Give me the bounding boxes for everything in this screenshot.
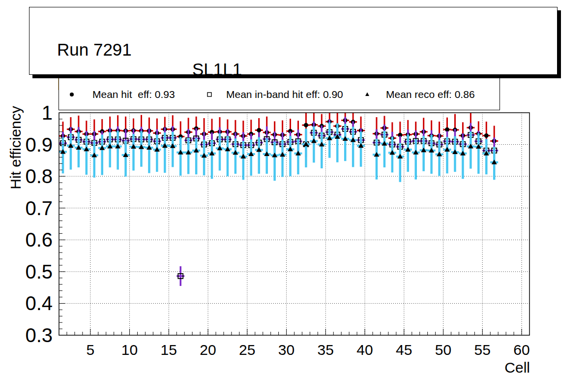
x-tick-label: 35 bbox=[318, 342, 334, 358]
y-tick-label: 0.9 bbox=[25, 134, 53, 156]
x-tick-label: 25 bbox=[239, 342, 255, 358]
legend-entry-inband-hit-eff: Mean in-band hit eff: 0.90 bbox=[206, 78, 363, 111]
legend: Mean hit eff: 0.93 Mean in-band hit eff:… bbox=[59, 78, 500, 110]
legend-entry-reco-eff: Mean reco eff: 0.86 bbox=[363, 78, 500, 111]
x-tick-label: 10 bbox=[121, 342, 138, 358]
legend-label-hit-eff: Mean hit eff: 0.93 bbox=[92, 89, 175, 100]
y-axis: 0.30.40.50.60.70.80.91 bbox=[25, 102, 65, 346]
x-axis-title: Cell bbox=[504, 359, 530, 376]
y-tick-label: 0.6 bbox=[25, 229, 53, 251]
y-tick-label: 0.3 bbox=[25, 324, 53, 346]
title-line-1: Run 7291 SL1L1 bbox=[29, 20, 557, 40]
x-tick-label: 55 bbox=[474, 342, 491, 358]
y-tick-label: 0.7 bbox=[25, 197, 53, 219]
x-tick-label: 50 bbox=[435, 342, 451, 358]
filled-triangle-icon bbox=[363, 91, 371, 98]
x-tick-label: 60 bbox=[513, 342, 529, 358]
filled-circle-icon bbox=[68, 91, 76, 98]
legend-label-reco-eff: Mean reco eff: 0.86 bbox=[386, 89, 475, 100]
y-tick-label: 0.5 bbox=[25, 261, 53, 283]
x-tick-label: 45 bbox=[396, 342, 412, 358]
x-tick-label: 5 bbox=[86, 342, 94, 358]
y-tick-label: 0.8 bbox=[25, 165, 53, 187]
x-tick-label: 15 bbox=[161, 342, 177, 358]
title-pave: Run 7291 SL1L1 HV = 1900 V, FEth = 30 mV… bbox=[29, 7, 558, 75]
root-canvas: 510152025303540455055600.30.40.50.60.70.… bbox=[0, 0, 588, 380]
x-tick-label: 40 bbox=[356, 342, 373, 358]
x-tick-label: 30 bbox=[278, 342, 294, 358]
open-square-icon bbox=[206, 91, 213, 98]
y-axis-title: Hit efficiency bbox=[7, 106, 24, 190]
legend-label-inband-hit-eff: Mean in-band hit eff: 0.90 bbox=[226, 89, 343, 100]
x-tick-label: 20 bbox=[200, 342, 216, 358]
title-line-2: HV = 1900 V, FEth = 30 mV, Source OFF bbox=[29, 55, 557, 74]
y-tick-label: 0.4 bbox=[25, 292, 53, 314]
x-axis: 51015202530354045505560 bbox=[67, 329, 530, 358]
legend-entry-hit-eff: Mean hit eff: 0.93 bbox=[59, 78, 206, 111]
